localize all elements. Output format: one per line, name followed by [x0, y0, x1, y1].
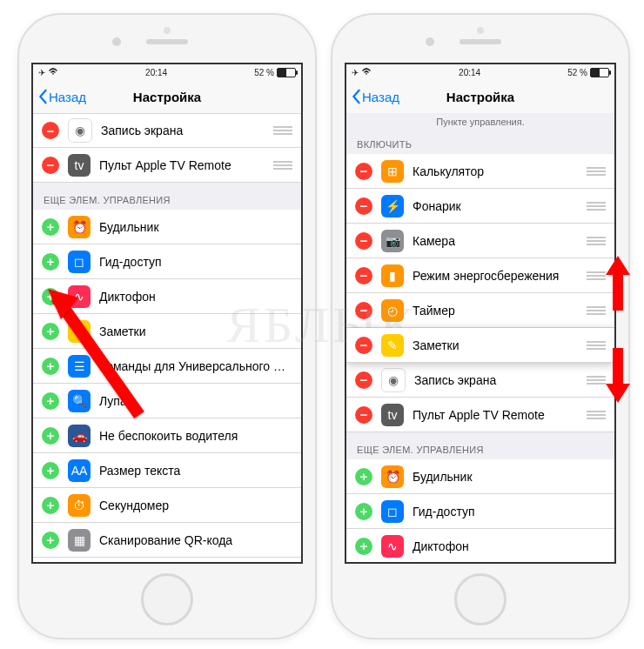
list-row[interactable]: + ☰ Команды для Универсального дост...: [33, 349, 301, 384]
list-row[interactable]: + ▦ Сканирование QR-кода: [33, 523, 301, 558]
row-label: Сканирование QR-кода: [99, 533, 292, 547]
drag-handle-icon[interactable]: [587, 237, 606, 245]
add-button[interactable]: +: [42, 497, 59, 514]
row-label: Режим энергосбережения: [413, 269, 587, 283]
list-row[interactable]: − 📷 Камера: [346, 224, 614, 258]
row-label: Диктофон: [99, 290, 292, 304]
front-camera: [426, 37, 434, 46]
wifi-icon: [48, 67, 58, 77]
list-row[interactable]: + ✎ Заметки: [33, 314, 301, 349]
qr-icon: ▦: [68, 529, 91, 552]
row-label: Камера: [413, 234, 587, 248]
add-button[interactable]: +: [42, 532, 59, 549]
list-row[interactable]: + ◻ Гид-доступ: [33, 244, 301, 279]
tv-icon: tv: [68, 154, 91, 177]
drag-handle-icon[interactable]: [273, 126, 292, 135]
drag-handle-icon[interactable]: [587, 202, 606, 211]
list-row[interactable]: + ❨ Слух: [33, 558, 301, 562]
remove-button[interactable]: −: [42, 122, 59, 139]
list-row[interactable]: − ◉ Запись экрана: [346, 363, 614, 398]
status-time: 20:14: [459, 68, 480, 77]
remove-button[interactable]: −: [355, 232, 372, 250]
remove-button[interactable]: −: [355, 371, 372, 389]
remove-button[interactable]: −: [355, 337, 372, 354]
remove-button[interactable]: −: [355, 406, 372, 424]
status-time: 20:14: [145, 68, 167, 77]
list-row[interactable]: − ◴ Таймер: [346, 293, 614, 328]
record-icon: ◉: [381, 368, 406, 392]
list-row[interactable]: + 🚗 Не беспокоить водителя: [33, 418, 301, 453]
add-button[interactable]: +: [42, 462, 59, 479]
battery-icon: [590, 68, 609, 77]
add-button[interactable]: +: [42, 392, 59, 410]
status-bar: ✈︎ 20:14 52 %: [33, 64, 301, 80]
add-button[interactable]: +: [42, 288, 59, 305]
list-row[interactable]: + ∿ Диктофон: [346, 529, 614, 562]
speaker-grille: [146, 39, 188, 44]
section-header-more: ЕЩЕ ЭЛЕМ. УПРАВЛЕНИЯ: [33, 183, 301, 210]
add-button[interactable]: +: [355, 468, 372, 485]
add-button[interactable]: +: [42, 218, 59, 236]
row-label: Запись экрана: [414, 373, 587, 387]
add-button[interactable]: +: [42, 323, 59, 340]
list-row[interactable]: + ∿ Диктофон: [33, 279, 301, 314]
add-button[interactable]: +: [42, 427, 59, 445]
add-button[interactable]: +: [355, 503, 372, 520]
row-label: Гид-доступ: [413, 505, 606, 519]
row-label: Гид-доступ: [99, 255, 292, 269]
nav-bar: Назад Настройка: [33, 80, 301, 114]
row-label: Лупа: [99, 394, 292, 408]
alarm-icon: ⏰: [381, 465, 404, 488]
list-row[interactable]: − ⊞ Калькулятор: [346, 154, 614, 189]
content-left[interactable]: − ◉ Запись экрана − tv Пульт Apple TV Re…: [33, 113, 301, 562]
row-label: Размер текста: [99, 464, 292, 478]
row-label: Не беспокоить водителя: [99, 429, 292, 443]
list-row[interactable]: − ✎ Заметки: [346, 328, 614, 363]
drag-handle-icon[interactable]: [587, 167, 606, 176]
record-icon: ◉: [68, 118, 92, 143]
drag-handle-icon[interactable]: [587, 341, 606, 350]
list-row[interactable]: + AA Размер текста: [33, 453, 301, 488]
drag-handle-icon[interactable]: [273, 161, 292, 170]
stopwatch-icon: ⏱: [68, 494, 91, 517]
list-row[interactable]: + ⏰ Будильник: [346, 459, 614, 494]
remove-button[interactable]: −: [355, 302, 372, 319]
add-button[interactable]: +: [42, 358, 59, 375]
remove-button[interactable]: −: [355, 197, 372, 215]
battery-icon: [277, 68, 296, 77]
row-label: Секундомер: [99, 498, 292, 512]
row-label: Таймер: [413, 304, 587, 318]
alarm-icon: ⏰: [68, 216, 91, 238]
add-button[interactable]: +: [355, 538, 372, 555]
list-row[interactable]: + 🔍 Лупа: [33, 384, 301, 418]
list-row[interactable]: − ⚡ Фонарик: [346, 189, 614, 224]
home-button[interactable]: [141, 573, 193, 626]
text-icon: AA: [68, 459, 91, 482]
nav-bar: Назад Настройка: [346, 80, 614, 114]
remove-button[interactable]: −: [42, 157, 59, 174]
page-title: Настройка: [346, 90, 614, 104]
remove-button[interactable]: −: [355, 267, 372, 284]
drag-handle-icon[interactable]: [587, 376, 606, 385]
sensor-dot: [477, 27, 484, 34]
list-row[interactable]: − ▮ Режим энергосбережения: [346, 258, 614, 293]
list-row[interactable]: + ⏰ Будильник: [33, 210, 301, 244]
row-label: Пульт Apple TV Remote: [413, 408, 587, 422]
add-button[interactable]: +: [42, 253, 59, 271]
content-right[interactable]: Пункте управления.ВКЛЮЧИТЬ − ⊞ Калькулят…: [346, 113, 614, 562]
drag-handle-icon[interactable]: [587, 271, 606, 280]
list-row[interactable]: + ⏱ Секундомер: [33, 488, 301, 523]
home-button[interactable]: [454, 573, 506, 626]
drag-handle-icon[interactable]: [587, 306, 606, 315]
row-label: Калькулятор: [413, 164, 587, 178]
list-row[interactable]: − tv Пульт Apple TV Remote: [346, 398, 614, 432]
flash-icon: ⚡: [381, 195, 404, 217]
drag-handle-icon[interactable]: [587, 411, 606, 419]
notes-icon: ✎: [381, 334, 404, 357]
list-row[interactable]: + ◻ Гид-доступ: [346, 494, 614, 529]
remove-button[interactable]: −: [355, 163, 372, 180]
battery-icon: ▮: [381, 264, 404, 287]
list-row[interactable]: − ◉ Запись экрана: [33, 113, 301, 148]
list-row[interactable]: − tv Пульт Apple TV Remote: [33, 148, 301, 183]
airplane-icon: ✈︎: [352, 68, 359, 77]
